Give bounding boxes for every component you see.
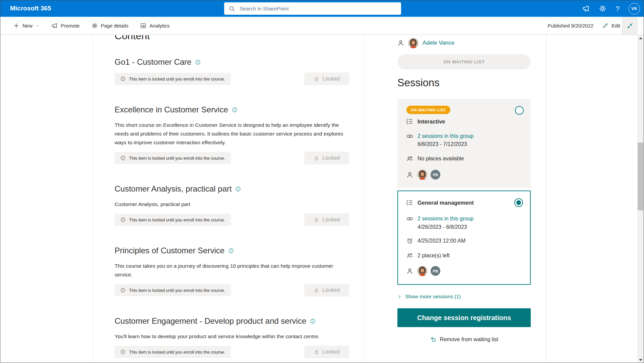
waiting-list-status-button[interactable]: ON WAITING LIST bbox=[397, 54, 531, 69]
edit-button[interactable]: Edit bbox=[602, 22, 620, 29]
session-places: No places available bbox=[417, 156, 464, 162]
lock-icon bbox=[314, 217, 319, 223]
enrolled-user-row: Adele Vance bbox=[397, 37, 531, 49]
alarm-clock-icon bbox=[406, 238, 413, 244]
scrollbar-down-arrow[interactable] bbox=[637, 357, 644, 363]
session-group-link[interactable]: 2 sessions in this group bbox=[417, 216, 473, 222]
new-label: New bbox=[22, 23, 33, 29]
lock-icon bbox=[314, 288, 319, 293]
person-icon bbox=[406, 171, 413, 178]
info-icon bbox=[120, 76, 126, 82]
search-input[interactable] bbox=[239, 5, 397, 12]
content-heading: Content bbox=[115, 35, 349, 42]
locked-message-bar: This item is locked until you enroll int… bbox=[115, 346, 231, 358]
people-icon bbox=[406, 252, 413, 259]
link-icon bbox=[406, 215, 413, 222]
locked-button-label: Locked bbox=[322, 287, 340, 293]
locked-button[interactable]: Locked bbox=[304, 213, 349, 226]
edit-label: Edit bbox=[611, 23, 620, 29]
remove-label: Remove from waiting list bbox=[440, 336, 498, 343]
course-description: You'll learn how to develop your product… bbox=[115, 332, 349, 341]
plus-icon bbox=[13, 22, 19, 29]
info-icon[interactable] bbox=[228, 248, 234, 254]
locked-message-text: This item is locked until you enroll int… bbox=[129, 288, 225, 293]
session-date-range: 6/8/2023 - 7/12/2023 bbox=[417, 141, 522, 147]
show-more-sessions-link[interactable]: Show more sessions (1) bbox=[397, 294, 531, 300]
new-button[interactable]: New bbox=[13, 22, 40, 29]
user-name-link[interactable]: Adele Vance bbox=[423, 40, 454, 46]
page-canvas: Content Go1 - Customer Care This item is… bbox=[0, 35, 644, 363]
course-description: This course takes you on a journey of di… bbox=[115, 262, 349, 279]
person-icon bbox=[397, 40, 404, 46]
course-title: Principles of Customer Service bbox=[115, 246, 224, 256]
course-item: Excellence in Customer Service This shor… bbox=[115, 105, 349, 164]
promote-button[interactable]: Promote bbox=[51, 22, 80, 29]
session-group-link[interactable]: 2 sessions in this group bbox=[417, 133, 473, 139]
feedback-megaphone-button[interactable] bbox=[582, 5, 590, 12]
session-card[interactable]: ON WAITING LIST Interactive 2 sessions i… bbox=[397, 99, 531, 188]
attendee-avatar-initials[interactable]: PB bbox=[431, 266, 440, 276]
info-icon[interactable] bbox=[310, 318, 316, 324]
course-description: Customer Analysis, practical part bbox=[115, 200, 349, 209]
locked-button[interactable]: Locked bbox=[304, 72, 349, 85]
app-window: Microsoft 365 ? VK New Promote bbox=[0, 0, 644, 363]
sessions-panel: Adele Vance ON WAITING LIST Sessions ON … bbox=[382, 35, 546, 363]
change-session-registrations-button[interactable]: Change session registrations bbox=[397, 308, 531, 327]
info-icon[interactable] bbox=[232, 107, 238, 113]
session-group-icon bbox=[406, 118, 413, 125]
locked-button[interactable]: Locked bbox=[304, 346, 349, 358]
locked-message-text: This item is locked until you enroll int… bbox=[129, 217, 225, 222]
course-title: Excellence in Customer Service bbox=[115, 105, 228, 115]
suite-header: Microsoft 365 ? VK bbox=[0, 0, 644, 17]
analytics-button[interactable]: Analytics bbox=[140, 22, 170, 29]
link-icon bbox=[406, 133, 413, 140]
session-group-icon bbox=[406, 199, 413, 206]
attendee-avatar-initials[interactable]: PB bbox=[431, 170, 440, 179]
page-details-button[interactable]: Page details bbox=[91, 22, 129, 29]
course-title: Go1 - Customer Care bbox=[115, 57, 191, 67]
command-bar: New Promote Page details Analytics Publi… bbox=[0, 17, 644, 35]
info-icon bbox=[120, 217, 126, 222]
collapse-panel-button[interactable] bbox=[622, 17, 638, 35]
megaphone-icon bbox=[51, 22, 58, 29]
session-radio-unselected[interactable] bbox=[515, 106, 524, 115]
bar-chart-icon bbox=[140, 22, 146, 29]
remove-from-waiting-list-link[interactable]: Remove from waiting list bbox=[397, 336, 531, 343]
app-brand[interactable]: Microsoft 365 bbox=[10, 5, 51, 12]
gear-icon bbox=[599, 5, 606, 12]
search-box[interactable] bbox=[224, 2, 401, 15]
vertical-scrollbar[interactable] bbox=[637, 35, 644, 363]
locked-message-bar: This item is locked until you enroll int… bbox=[115, 152, 231, 164]
settings-button[interactable] bbox=[599, 5, 606, 12]
session-facepile: PB bbox=[406, 266, 522, 276]
undo-icon bbox=[430, 336, 436, 343]
collapse-arrows-icon bbox=[627, 22, 633, 29]
info-icon[interactable] bbox=[195, 59, 201, 65]
attendee-avatar[interactable] bbox=[417, 169, 428, 180]
chevron-right-icon bbox=[397, 295, 402, 299]
locked-message-text: This item is locked until you enroll int… bbox=[129, 156, 225, 161]
course-title-row: Excellence in Customer Service bbox=[115, 105, 349, 115]
session-title: General management bbox=[417, 200, 474, 206]
course-item: Customer Analysis, practical part Custom… bbox=[115, 184, 349, 226]
lock-icon bbox=[314, 76, 319, 82]
people-icon bbox=[406, 155, 413, 162]
scrollbar-thumb[interactable] bbox=[638, 143, 643, 210]
session-card-selected[interactable]: General management 2 sessions in this gr… bbox=[397, 191, 531, 285]
session-places: 2 place(s) left bbox=[417, 253, 450, 259]
session-title: Interactive bbox=[417, 118, 445, 125]
locked-button-label: Locked bbox=[322, 155, 340, 161]
locked-button[interactable]: Locked bbox=[304, 284, 349, 297]
locked-message-bar: This item is locked until you enroll int… bbox=[115, 73, 231, 85]
locked-button[interactable]: Locked bbox=[304, 152, 349, 164]
account-avatar[interactable]: VK bbox=[629, 3, 640, 14]
course-item: Customer Engagement - Develop product an… bbox=[115, 316, 349, 358]
info-icon[interactable] bbox=[235, 186, 241, 192]
help-button[interactable]: ? bbox=[616, 5, 620, 12]
attendee-avatar[interactable] bbox=[417, 266, 428, 276]
waiting-list-badge: ON WAITING LIST bbox=[406, 106, 450, 114]
user-avatar[interactable] bbox=[408, 38, 418, 48]
session-radio-selected[interactable] bbox=[514, 198, 523, 207]
analytics-label: Analytics bbox=[149, 23, 170, 29]
scrollbar-up-arrow[interactable] bbox=[637, 35, 644, 41]
